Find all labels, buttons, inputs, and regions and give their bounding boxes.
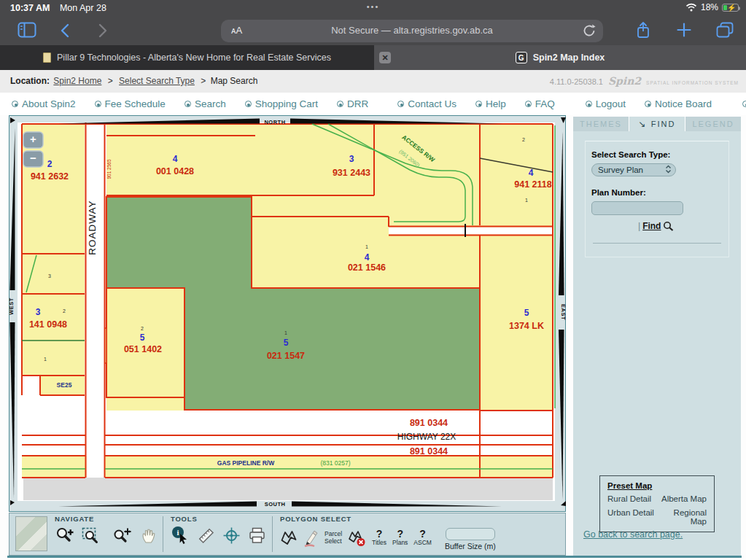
tab-pillar9[interactable]: Pillar 9 Technologies - Alberta's New Ho… — [0, 45, 374, 70]
find-form: Select Search Type: Survey Plan Plan Num… — [585, 141, 729, 257]
sidebar-icon[interactable] — [18, 22, 36, 38]
spin2-favicon: G — [516, 52, 527, 63]
select-stepper-icon — [665, 165, 672, 175]
preset-alberta-map[interactable]: Alberta Map — [658, 494, 707, 503]
status-ellipsis[interactable]: ••• — [0, 2, 746, 11]
spin2-tagline: SPATIAL INFORMATION SYSTEM — [646, 80, 739, 85]
nav-fee-schedule[interactable]: Fee Schedule — [95, 98, 166, 109]
polygon-clear-tool-icon[interactable] — [348, 529, 366, 547]
map-label: 3 — [36, 307, 41, 317]
nav-drr[interactable]: DRR — [337, 98, 368, 109]
polygon-draw-tool-icon[interactable] — [280, 529, 298, 547]
map-label: 1374 LK — [509, 321, 544, 331]
find-row: | Find — [638, 221, 723, 231]
pan-tool-icon[interactable] — [139, 526, 157, 545]
map-label: 1 — [525, 198, 528, 203]
map-label: + — [30, 133, 36, 145]
map-label: SE25 — [57, 381, 72, 389]
map-label: 5 — [524, 308, 529, 318]
parcel-select-tool-label[interactable]: Parcel Select — [325, 531, 342, 545]
go-back-link[interactable]: Go back to search page. — [583, 529, 683, 540]
screen: 10:37 AM Mon Apr 28 ••• 18% ⚡ — [0, 0, 746, 560]
map-gray-band — [23, 478, 553, 500]
tab-title: Pillar 9 Technologies - Alberta's New Ho… — [57, 52, 331, 63]
nav-bullet-icon — [475, 101, 482, 107]
print-tool-icon[interactable] — [248, 526, 266, 545]
nav-publications[interactable]: Publications — [742, 98, 746, 109]
query-plans-button[interactable]: ? Plans — [392, 529, 408, 546]
parcel-map[interactable]: +−2941 2632ROADWAY901 25654001 04283931 … — [9, 115, 566, 512]
preset-urban-detail[interactable]: Urban Detail — [607, 508, 656, 526]
map-label: 931 2443 — [333, 168, 370, 178]
map-label: 021 1546 — [348, 262, 386, 273]
battery-nub — [739, 7, 740, 10]
preset-map-box: Preset Map Rural Detail Alberta Map Urba… — [599, 475, 715, 532]
map-label: SOUTH — [265, 501, 286, 508]
overview-map-thumbnail[interactable] — [15, 516, 47, 551]
nav-help[interactable]: Help — [475, 98, 506, 109]
map-label: 941 2118 — [514, 179, 551, 190]
new-tab-icon[interactable] — [677, 23, 691, 37]
nav-contact-us[interactable]: Contact Us — [397, 98, 456, 109]
tab-themes[interactable]: THEMES — [573, 117, 629, 131]
buffer-size-input[interactable] — [446, 528, 495, 540]
find-button[interactable]: Find — [642, 221, 661, 231]
nav-logout[interactable]: Logout — [586, 98, 626, 109]
nav-search[interactable]: Search — [184, 98, 226, 109]
reload-icon[interactable] — [583, 23, 596, 38]
breadcrumb-label: Location: — [10, 76, 50, 86]
map-label: EAST — [560, 304, 566, 320]
breadcrumb-bar: Location: Spin2 Home > Select Search Typ… — [0, 70, 746, 93]
tab-spin2-map-index[interactable]: G Spin2 Map Index — [374, 45, 746, 70]
map-label: 5 — [140, 332, 145, 343]
forward-icon[interactable] — [98, 23, 108, 38]
breadcrumb-link-search-type[interactable]: Select Search Type — [119, 76, 195, 86]
breadcrumb-separator: > — [108, 76, 113, 86]
map-label: HIGHWAY 22X — [397, 432, 456, 442]
nav-bullet-icon — [586, 101, 592, 107]
url-text[interactable]: Not Secure — alta.registries.gov.ab.ca — [221, 25, 603, 36]
nav-shopping-cart[interactable]: Shopping Cart — [245, 98, 318, 109]
app-version-block: 4.11.0-25038.1 Spin2 SPATIAL INFORMATION… — [550, 75, 739, 87]
zoom-window-tool-icon[interactable] — [82, 526, 99, 545]
map-label: 021 1547 — [267, 351, 305, 361]
back-icon[interactable] — [60, 23, 70, 38]
measure-tool-icon[interactable] — [197, 526, 215, 545]
query-titles-button[interactable]: ? Titles — [372, 529, 386, 546]
query-ascm-button[interactable]: ? ASCM — [413, 529, 432, 546]
spin2-logo: Spin2 — [608, 75, 641, 87]
nav-faq[interactable]: FAQ — [525, 98, 555, 109]
roadway-strip — [87, 122, 105, 478]
close-tab-icon[interactable]: ✕ — [379, 52, 391, 63]
address-bar[interactable]: ᴀAAA Not Secure — alta.registries.gov.ab… — [221, 20, 603, 42]
search-icon[interactable] — [663, 221, 674, 231]
map-label: 941 2632 — [31, 171, 69, 182]
parcel-select-tool-icon[interactable] — [303, 529, 322, 548]
map-label: GAS PIPELINE R/W — [217, 459, 275, 467]
map-label: 141 0948 — [29, 319, 67, 330]
tab-legend[interactable]: LEGEND — [685, 117, 741, 131]
tabs-overview-icon[interactable] — [716, 22, 734, 38]
navigate-label: NAVIGATE — [55, 515, 157, 523]
preset-regional-map[interactable]: Regional Map — [658, 508, 707, 526]
tab-bar: Pillar 9 Technologies - Alberta's New Ho… — [0, 45, 746, 70]
share-icon[interactable] — [636, 21, 650, 40]
identify-tool-icon[interactable]: i — [171, 526, 190, 545]
breadcrumb-link-home[interactable]: Spin2 Home — [53, 76, 101, 86]
zoom-extent-tool-icon[interactable] — [112, 526, 132, 545]
nav-about-spin2[interactable]: About Spin2 — [12, 98, 76, 109]
east-road-strip — [389, 228, 553, 235]
center-map-tool-icon[interactable] — [222, 526, 241, 545]
nav-notice-board[interactable]: Notice Board — [645, 98, 712, 109]
map-label: NORTH — [264, 119, 285, 125]
map-label: 1 — [284, 330, 287, 335]
panel-tabs: THEMES ↘ FIND LEGEND — [573, 117, 741, 131]
find-panel: THEMES ↘ FIND LEGEND Select Search Type:… — [573, 117, 741, 556]
search-type-select[interactable]: Survey Plan — [591, 163, 676, 176]
plan-number-input[interactable] — [591, 201, 683, 215]
preset-map-options: Rural Detail Alberta Map Urban Detail Re… — [607, 494, 707, 526]
preset-rural-detail[interactable]: Rural Detail — [607, 494, 656, 503]
question-icon: ? — [372, 529, 386, 539]
zoom-in-tool-icon[interactable] — [55, 526, 74, 545]
tab-find[interactable]: ↘ FIND — [629, 117, 685, 131]
